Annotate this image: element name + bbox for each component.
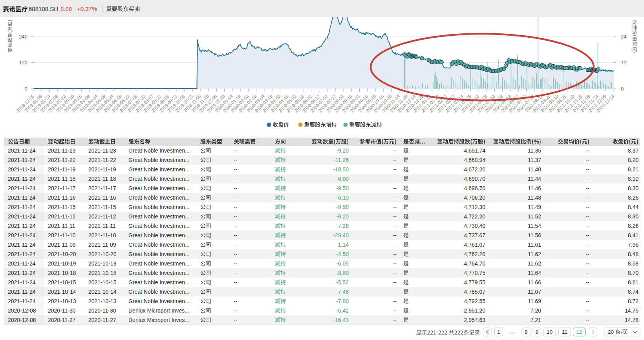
svg-text:11.44: 11.44 (528, 176, 541, 182)
svg-text:2020-11-27: 2020-11-27 (88, 317, 116, 323)
svg-text:2021-11-23: 2021-11-23 (48, 147, 76, 154)
svg-text:2021-11-23: 2021-11-23 (88, 147, 116, 154)
svg-text:2021-11-09: 2021-11-09 (48, 242, 76, 248)
svg-text:--: -- (586, 289, 590, 295)
svg-text:2021-10-13: 2021-10-13 (48, 298, 76, 304)
svg-text:--: -- (393, 307, 397, 314)
svg-text:2021-10-14: 2021-10-14 (88, 289, 117, 295)
svg-text:--: -- (586, 317, 590, 323)
svg-text:8.44: 8.44 (628, 204, 639, 210)
svg-text:4,730.40: 4,730.40 (464, 223, 486, 229)
svg-text:Great Noble Investmen...: Great Noble Investmen... (128, 176, 190, 182)
svg-text:--: -- (234, 232, 238, 238)
svg-text:--: -- (586, 176, 590, 182)
svg-text:11.54: 11.54 (528, 223, 541, 229)
svg-text:--: -- (586, 232, 590, 238)
svg-text:-9.90: -9.90 (336, 204, 349, 210)
svg-text:7.20: 7.20 (531, 307, 541, 314)
svg-text:Great Noble Investmen...: Great Noble Investmen... (128, 289, 190, 295)
svg-text:Denlux Microport Inves...: Denlux Microport Inves... (128, 317, 189, 323)
svg-text:Great Noble Investmen...: Great Noble Investmen... (128, 166, 190, 173)
svg-text:11.35: 11.35 (528, 147, 541, 154)
svg-text:-8.20: -8.20 (336, 213, 349, 220)
svg-text:4,690.70: 4,690.70 (464, 176, 486, 182)
svg-text:11.37: 11.37 (528, 157, 541, 163)
svg-text:--: -- (234, 166, 238, 173)
svg-text:2021-11-18: 2021-11-18 (48, 176, 76, 182)
svg-text:2021-11-22: 2021-11-22 (48, 157, 76, 163)
svg-text:2021-11-15: 2021-11-15 (48, 204, 76, 210)
svg-text:Great Noble Investmen...: Great Noble Investmen... (128, 213, 190, 220)
svg-text:2,951.20: 2,951.20 (464, 307, 486, 314)
svg-text:10: 10 (547, 329, 553, 335)
svg-text:-23.40: -23.40 (333, 232, 349, 238)
svg-text:12: 12 (621, 60, 626, 65)
svg-text:Great Noble Investmen...: Great Noble Investmen... (128, 251, 190, 257)
svg-text:--: -- (393, 176, 397, 182)
svg-text:Great Noble Investmen...: Great Noble Investmen... (128, 232, 190, 238)
svg-text:4,764.70: 4,764.70 (464, 260, 486, 267)
svg-text:11.46: 11.46 (528, 185, 541, 191)
svg-text:--: -- (234, 176, 238, 182)
svg-text:8.41: 8.41 (628, 232, 639, 238)
svg-text:--: -- (234, 317, 238, 323)
svg-text:--: -- (393, 223, 397, 229)
svg-text:--: -- (393, 279, 397, 285)
svg-text:-7.48: -7.48 (336, 289, 349, 295)
svg-text:--: -- (234, 223, 238, 229)
svg-text:-18.50: -18.50 (333, 166, 349, 173)
svg-text:24: 24 (621, 34, 626, 40)
svg-text:--: -- (234, 251, 238, 257)
svg-text:--: -- (586, 307, 590, 314)
svg-text:--: -- (586, 157, 590, 163)
svg-text:0: 0 (621, 86, 624, 92)
svg-text:--: -- (586, 270, 590, 276)
svg-text:2021-11-24: 2021-11-24 (8, 232, 36, 238)
svg-text:Great Noble Investmen...: Great Noble Investmen... (128, 147, 190, 154)
svg-text:1: 1 (497, 329, 500, 335)
svg-text:--: -- (586, 279, 590, 285)
svg-text:--: -- (393, 166, 397, 173)
svg-text:--: -- (393, 251, 397, 257)
svg-text:-2.50: -2.50 (336, 251, 349, 257)
svg-text:Denlux Microport Inves...: Denlux Microport Inves... (128, 307, 189, 314)
svg-text:2021-11-24: 2021-11-24 (8, 176, 36, 182)
svg-text:Great Noble Investmen...: Great Noble Investmen... (128, 204, 190, 210)
svg-text:--: -- (393, 232, 397, 238)
svg-text:8.20: 8.20 (628, 157, 639, 163)
svg-text:2021-10-18: 2021-10-18 (48, 270, 76, 276)
svg-text:2021-11-24: 2021-11-24 (8, 147, 36, 154)
svg-text:4,792.55: 4,792.55 (464, 298, 486, 304)
svg-text:2021-11-24: 2021-11-24 (8, 289, 36, 295)
svg-text:Great Noble Investmen...: Great Noble Investmen... (128, 270, 190, 276)
svg-text:14.75: 14.75 (625, 307, 639, 314)
svg-text:2021-11-24: 2021-11-24 (8, 298, 36, 304)
svg-text:2021-11-10: 2021-11-10 (88, 232, 116, 238)
svg-text:2021-11-24: 2021-11-24 (8, 242, 36, 248)
svg-text:2021-11-17: 2021-11-17 (48, 185, 76, 191)
svg-text:2020-12-08: 2020-12-08 (8, 307, 36, 314)
svg-text:Great Noble Investmen...: Great Noble Investmen... (128, 298, 190, 304)
svg-text:--: -- (586, 242, 590, 248)
svg-text:--: -- (393, 213, 397, 220)
svg-text:Great Noble Investmen...: Great Noble Investmen... (128, 279, 190, 285)
svg-text:2021-11-24: 2021-11-24 (8, 251, 36, 257)
svg-text:0: 0 (25, 86, 27, 92)
svg-text:4,706.20: 4,706.20 (464, 195, 486, 201)
svg-text:2020-11-27: 2020-11-27 (48, 317, 76, 323)
svg-text:4,779.55: 4,779.55 (464, 279, 486, 285)
svg-text:Great Noble Investmen...: Great Noble Investmen... (128, 223, 190, 229)
svg-text:8.26: 8.26 (628, 223, 639, 229)
svg-text:2020-11-30: 2020-11-30 (48, 307, 76, 314)
svg-text:2021-10-19: 2021-10-19 (48, 260, 76, 267)
svg-text:--: -- (234, 242, 238, 248)
svg-text:120: 120 (19, 60, 27, 65)
svg-text:20: 20 (608, 329, 614, 335)
svg-text:2021-11-16: 2021-11-16 (88, 195, 116, 201)
svg-text:--: -- (234, 157, 238, 163)
svg-text:--: -- (393, 147, 397, 154)
svg-text:4,660.94: 4,660.94 (464, 157, 486, 163)
svg-text:--: -- (586, 260, 590, 267)
svg-text:240: 240 (19, 34, 27, 40)
svg-text:8.70: 8.70 (628, 270, 639, 276)
